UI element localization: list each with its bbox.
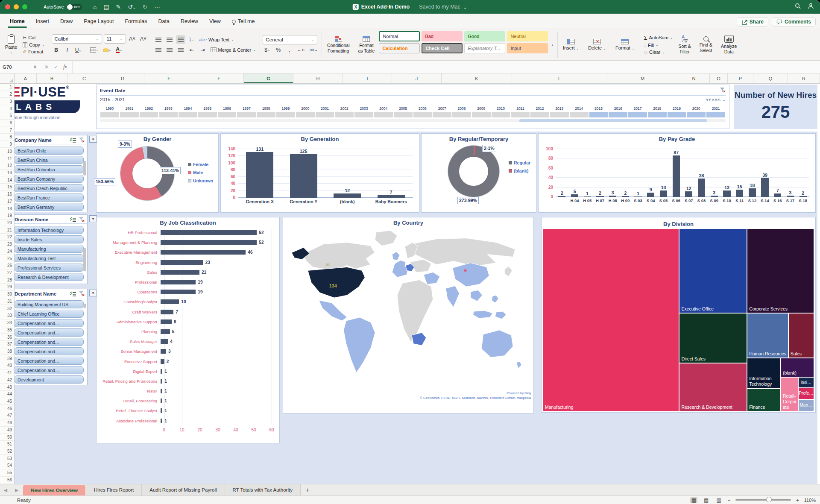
comma-button[interactable]: , — [285, 46, 294, 55]
row-header-16[interactable]: 16 — [0, 191, 14, 198]
account-icon[interactable] — [808, 3, 814, 11]
slicer-item-compensation-and[interactable]: Compensation and... — [14, 357, 84, 365]
next-sheet-icon[interactable]: ▶ — [11, 484, 22, 495]
row-header-44[interactable]: 44 — [0, 391, 14, 398]
font-color-button[interactable]: A⌄ — [114, 46, 124, 55]
column-header-l[interactable]: L — [512, 73, 607, 83]
row-header-4[interactable]: 4 — [0, 105, 14, 112]
insert-cells-button[interactable]: Insert ⌄ — [560, 38, 581, 51]
slicer-item-information-technology[interactable]: Information Technology — [14, 226, 84, 234]
row-header-30[interactable]: 30 — [0, 291, 14, 298]
sheet-tab-new-hires-overview[interactable]: New Hires Overview — [23, 485, 85, 495]
timeline-year-2015[interactable]: 2015 — [589, 106, 609, 117]
slicer-item-chief-learning-office[interactable]: Chief Learning Office — [14, 310, 84, 318]
slicer-item-manufacturing[interactable]: Manufacturing — [14, 245, 84, 253]
timeline-year-2019[interactable]: 2019 — [667, 106, 687, 117]
sort-filter-button[interactable]: AZ▽Sort &Filter — [676, 34, 694, 55]
clear-filter-icon[interactable] — [79, 217, 85, 222]
zoom-out-icon[interactable]: − — [728, 498, 730, 503]
row-header-3[interactable]: 3 — [0, 98, 14, 105]
align-bottom-button[interactable] — [176, 35, 185, 44]
row-header-26[interactable]: 26 — [0, 262, 14, 270]
row-header-18[interactable]: 18 — [0, 205, 14, 212]
row-header-48[interactable]: 48 — [0, 419, 14, 427]
timeline-year-1994[interactable]: 1994 — [178, 106, 198, 117]
select-all-corner[interactable] — [0, 73, 15, 83]
row-header-9[interactable]: 9 — [0, 141, 14, 148]
ribbon-tab-view[interactable]: View — [204, 15, 226, 28]
analyze-data-button[interactable]: AnalyzeData — [718, 34, 739, 55]
row-header-47[interactable]: 47 — [0, 412, 14, 419]
timeline-year-2004[interactable]: 2004 — [374, 106, 393, 117]
sheet-tab-hires-fires-report[interactable]: Hires Fires Report — [86, 484, 142, 495]
align-center-button[interactable] — [165, 45, 174, 54]
paste-button[interactable]: Paste⌄ — [3, 34, 20, 55]
timeline-year-2002[interactable]: 2002 — [334, 106, 354, 117]
row-header-39[interactable]: 39 — [0, 355, 14, 362]
page-layout-view-icon[interactable]: ▤ — [703, 497, 710, 503]
timeline-year-1996[interactable]: 1996 — [217, 106, 237, 117]
timeline-year-1991[interactable]: 1991 — [120, 106, 139, 117]
cell-style-input[interactable]: Input — [507, 43, 548, 53]
timeline-period-select[interactable]: YEARS ⌄ — [706, 97, 726, 102]
row-header-7[interactable]: 7 — [0, 126, 14, 134]
autosave-control[interactable]: AutoSave OFF — [44, 4, 82, 10]
row-header-24[interactable]: 24 — [0, 248, 14, 255]
column-header-o[interactable]: O — [710, 73, 728, 83]
zoom-level[interactable]: 110% — [804, 498, 816, 503]
delete-cells-button[interactable]: ✕Delete ⌄ — [586, 38, 609, 51]
format-painter-button[interactable]: ✐Format — [21, 49, 46, 55]
page-break-view-icon[interactable]: ▥ — [715, 497, 722, 503]
timeline-year-2011[interactable]: 2011 — [510, 106, 530, 117]
column-header-f[interactable]: F — [194, 73, 244, 83]
timeline-year-1990[interactable]: 1990 — [100, 106, 120, 117]
name-box[interactable]: G70▲▼ — [0, 61, 39, 73]
timeline-year-2013[interactable]: 2013 — [550, 106, 569, 117]
slicer-item-professional-services[interactable]: Professional Services — [14, 264, 84, 272]
column-header-k[interactable]: K — [442, 73, 512, 83]
zoom-slider[interactable] — [735, 499, 791, 501]
borders-button[interactable]: ⌄ — [89, 46, 100, 55]
row-header-14[interactable]: 14 — [0, 176, 14, 184]
timeline-year-2010[interactable]: 2010 — [491, 106, 511, 117]
timeline-year-2016[interactable]: 2016 — [608, 106, 628, 117]
close-window-button[interactable] — [5, 4, 10, 9]
timeline-year-1995[interactable]: 1995 — [198, 106, 217, 117]
row-header-49[interactable]: 49 — [0, 427, 14, 434]
increase-font-button[interactable]: A˄ — [128, 35, 137, 44]
row-header-21[interactable]: 21 — [0, 226, 14, 234]
decrease-font-button[interactable]: A˅ — [139, 35, 148, 44]
row-header-19[interactable]: 19 — [0, 212, 14, 220]
row-header-20[interactable]: 20 — [0, 220, 14, 227]
timeline-scrollbar[interactable] — [100, 119, 726, 122]
row-header-55[interactable]: 55 — [0, 469, 14, 477]
undo-icon[interactable]: ↺⌄ — [128, 3, 135, 10]
ribbon-tab-draw[interactable]: Draw — [55, 15, 78, 28]
add-sheet-button[interactable]: + — [301, 484, 315, 495]
cell-style-neutral[interactable]: Neutral — [507, 31, 548, 41]
slicer-item-bestrun-france[interactable]: BestRun France — [14, 193, 84, 202]
ribbon-tab-page-layout[interactable]: Page Layout — [78, 15, 119, 28]
column-header-q[interactable]: Q — [753, 73, 788, 83]
row-header-29[interactable]: 29 — [0, 284, 14, 291]
timeline-year-2018[interactable]: 2018 — [647, 106, 667, 117]
name-box-stepper[interactable]: ▲▼ — [34, 65, 36, 69]
cell-style-explanatory-t[interactable]: Explanatory T... — [464, 43, 505, 53]
row-header-36[interactable]: 36 — [0, 334, 14, 341]
column-header-d[interactable]: D — [101, 73, 144, 83]
row-header-56[interactable]: 56 — [0, 477, 14, 484]
row-header-17[interactable]: 17 — [0, 198, 14, 205]
autosave-toggle[interactable]: OFF — [67, 4, 82, 10]
column-header-g[interactable]: G — [244, 73, 293, 83]
row-header-12[interactable]: 12 — [0, 162, 14, 170]
enter-icon[interactable]: ✓ — [54, 64, 58, 70]
fill-button[interactable]: ↓Fill⌄ — [643, 42, 674, 48]
slicer-item-compensation-and[interactable]: Compensation and... — [14, 366, 84, 374]
timeline-year-2012[interactable]: 2012 — [530, 106, 550, 117]
align-middle-button[interactable] — [165, 35, 174, 44]
format-as-table-button[interactable]: Formatas Table — [355, 35, 377, 54]
align-left-button[interactable] — [154, 45, 163, 54]
comments-button[interactable]: Comments — [772, 17, 816, 26]
timeline-year-1993[interactable]: 1993 — [158, 106, 178, 117]
row-header-32[interactable]: 32 — [0, 305, 14, 312]
